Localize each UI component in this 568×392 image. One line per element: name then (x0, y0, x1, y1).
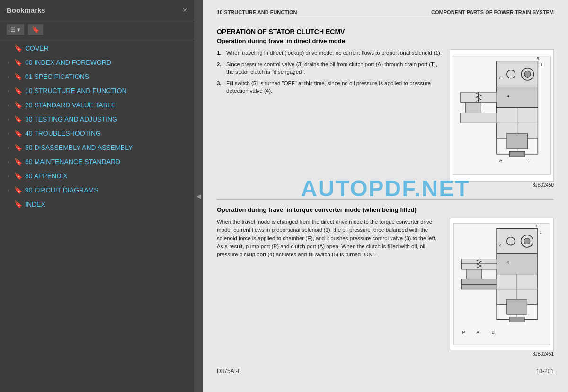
sidebar-item-label: INDEX (25, 200, 189, 208)
svg-rect-9 (461, 113, 497, 123)
sidebar-item-index[interactable]: 🔖INDEX (0, 197, 194, 211)
collapse-arrow-icon: ◀ (196, 193, 201, 200)
svg-text:1: 1 (540, 230, 542, 235)
section2-svg: 5 1 3 4 P A B (450, 218, 553, 350)
sidebar-item-label: 90 CIRCUIT DIAGRAMS (25, 186, 189, 194)
sidebar-item-00-index[interactable]: ›🔖00 INDEX AND FOREWORD (0, 55, 194, 70)
svg-rect-24 (497, 254, 537, 274)
sidebar-item-30-test[interactable]: ›🔖30 TESTING AND ADJUSTING (0, 112, 194, 126)
page-footer: D375AI-8 10-201 (217, 368, 554, 375)
section1-text: 1.When traveling in direct (lockup) driv… (217, 49, 442, 188)
sidebar-item-50-disasm[interactable]: ›🔖50 DISASSEMBLY AND ASSEMBLY (0, 140, 194, 155)
chevron-icon: › (5, 173, 11, 179)
svg-rect-19 (507, 133, 528, 149)
svg-text:3: 3 (499, 76, 502, 80)
svg-text:A: A (477, 330, 480, 335)
list-item-text: When traveling in direct (lockup) drive … (226, 49, 442, 57)
list-item: 2.Since pressure control valve (3) drain… (217, 61, 442, 76)
footer-model: D375AI-8 (217, 368, 241, 375)
expand-dropdown-icon: ▾ (17, 26, 20, 33)
bookmark-icon: 🔖 (14, 186, 22, 194)
header-left: 10 STRUCTURE AND FUNCTION (217, 9, 297, 15)
list-item-number: 2. (217, 61, 223, 76)
list-item: 3.Fill switch (5) is turned "OFF" at thi… (217, 79, 442, 95)
section2-diagram: 5 1 3 4 P A B (450, 218, 554, 350)
section2-subtitle: Operation during travel in torque conver… (217, 206, 554, 213)
chevron-icon: › (5, 187, 11, 193)
svg-rect-3 (497, 87, 538, 108)
main-content: 10 STRUCTURE AND FUNCTION COMPONENT PART… (203, 0, 568, 392)
svg-point-6 (524, 71, 531, 77)
svg-text:1: 1 (541, 62, 543, 67)
bookmark-icon: 🔖 (14, 130, 22, 137)
bookmark-icon: 🔖 (14, 101, 22, 109)
bookmark-icon: 🔖 (32, 26, 39, 33)
list-item-number: 3. (217, 79, 223, 95)
list-item-text: Fill switch (5) is turned "OFF" at this … (226, 79, 442, 95)
svg-rect-2 (497, 61, 538, 87)
svg-text:5: 5 (537, 56, 539, 61)
sidebar-header: Bookmarks × (0, 0, 194, 20)
sidebar-item-60-maint[interactable]: ›🔖60 MAINTENANCE STANDARD (0, 155, 194, 169)
section-2: Operation during travel in torque conver… (217, 206, 554, 357)
svg-text:A: A (499, 157, 503, 163)
section-1: OPERATION OF STATOR CLUTCH ECMV Operatio… (217, 28, 554, 188)
sidebar-toolbar: ⊞ ▾ 🔖 (0, 20, 194, 39)
svg-text:B: B (492, 330, 495, 335)
sidebar-item-90-circuit[interactable]: ›🔖90 CIRCUIT DIAGRAMS (0, 183, 194, 197)
page-header: 10 STRUCTURE AND FUNCTION COMPONENT PART… (217, 9, 554, 18)
svg-text:3: 3 (499, 243, 502, 247)
bookmark-list: 🔖COVER›🔖00 INDEX AND FOREWORD›🔖01 SPECIF… (0, 39, 194, 392)
list-item: 1.When traveling in direct (lockup) driv… (217, 49, 442, 57)
sidebar-item-label: 10 STRUCTURE AND FUNCTION (25, 87, 189, 95)
svg-text:5: 5 (536, 224, 539, 228)
svg-rect-31 (466, 269, 481, 279)
chevron-icon: › (5, 159, 11, 165)
section2-text: When the travel mode is changed from the… (217, 218, 442, 357)
section1-content: 1.When traveling in direct (lockup) driv… (217, 49, 554, 188)
chevron-icon: › (5, 131, 11, 136)
sidebar-title: Bookmarks (7, 6, 45, 14)
header-right: COMPONENT PARTS OF POWER TRAIN SYSTEM (431, 9, 554, 15)
bookmark-button[interactable]: 🔖 (28, 24, 43, 35)
bookmark-icon: 🔖 (14, 144, 22, 151)
sidebar-item-80-app[interactable]: ›🔖80 APPENDIX (0, 169, 194, 183)
expand-all-button[interactable]: ⊞ ▾ (7, 24, 24, 35)
sidebar-item-10-struct[interactable]: ›🔖10 STRUCTURE AND FUNCTION (0, 84, 194, 98)
sidebar: Bookmarks × ⊞ ▾ 🔖 🔖COVER›🔖00 INDEX AND F… (0, 0, 194, 392)
sidebar-item-label: 80 APPENDIX (25, 172, 189, 180)
section1-svg: 5 1 3 4 A T (450, 50, 553, 181)
sidebar-item-label: 40 TROUBLESHOOTING (25, 130, 189, 137)
svg-point-27 (524, 238, 530, 244)
sidebar-item-label: COVER (25, 44, 189, 52)
svg-text:T: T (528, 157, 531, 163)
sidebar-collapse-toggle[interactable]: ◀ (194, 0, 203, 392)
section2-diagram-caption: 8JB02451 (450, 351, 554, 357)
section1-diagram-col: 5 1 3 4 A T (450, 49, 554, 188)
sidebar-item-01-spec[interactable]: ›🔖01 SPECIFICATIONS (0, 70, 194, 84)
section2-content: When the travel mode is changed from the… (217, 218, 554, 357)
svg-rect-10 (466, 103, 481, 113)
bookmark-icon: 🔖 (14, 172, 22, 180)
bookmark-icon: 🔖 (14, 200, 22, 208)
sidebar-item-20-std[interactable]: ›🔖20 STANDARD VALUE TABLE (0, 98, 194, 112)
svg-rect-42 (509, 317, 524, 322)
svg-text:4: 4 (507, 94, 509, 98)
sidebar-close-button[interactable]: × (182, 6, 187, 14)
list-item-number: 1. (217, 49, 223, 57)
section1-subtitle: Operation during travel in direct drive … (217, 37, 554, 44)
chevron-icon: › (5, 116, 11, 122)
footer-page: 10-201 (536, 368, 554, 375)
sidebar-item-40-trouble[interactable]: ›🔖40 TROUBLESHOOTING (0, 126, 194, 140)
chevron-icon: › (5, 60, 11, 65)
bookmark-icon: 🔖 (14, 73, 22, 80)
section1-diagram: 5 1 3 4 A T (450, 49, 554, 182)
sidebar-item-label: 50 DISASSEMBLY AND ASSEMBLY (25, 144, 189, 151)
bookmark-icon: 🔖 (14, 44, 22, 52)
bookmark-icon: 🔖 (14, 59, 22, 66)
svg-rect-20 (509, 151, 525, 157)
bookmark-icon: 🔖 (14, 158, 22, 166)
sidebar-item-label: 60 MAINTENANCE STANDARD (25, 158, 189, 166)
section1-diagram-caption: 8JB02450 (450, 183, 554, 188)
sidebar-item-cover[interactable]: 🔖COVER (0, 41, 194, 55)
